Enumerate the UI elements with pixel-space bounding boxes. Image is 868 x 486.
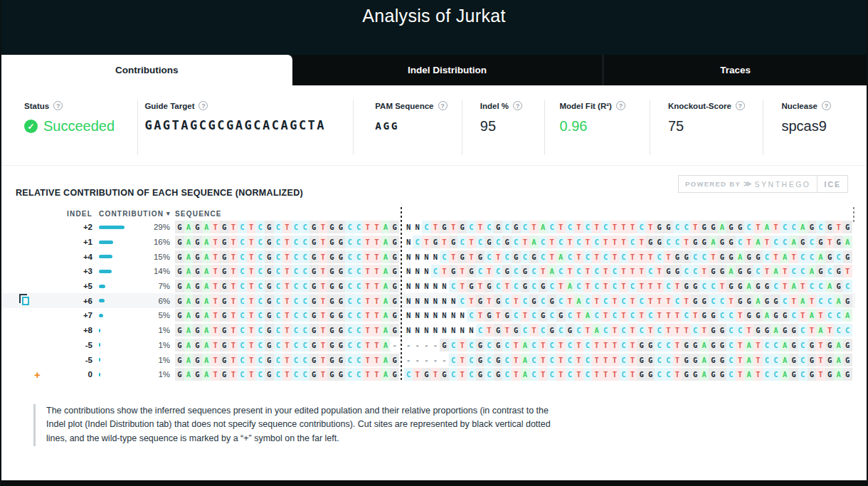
base-cell: G	[309, 368, 319, 381]
base-cell: G	[646, 236, 655, 248]
base-cell: C	[771, 236, 780, 248]
help-icon[interactable]: ?	[53, 101, 63, 110]
base-cell: G	[193, 339, 202, 352]
sequence-row[interactable]: +57%GAGATGTCTCGCTCCGTGGCCTTAGNNNNNCTGTGC…	[16, 279, 855, 294]
base-cell: C	[512, 236, 521, 248]
base-cell: G	[193, 265, 202, 278]
base-cell: T	[574, 368, 583, 381]
base-cell: T	[363, 324, 372, 337]
base-cell: C	[345, 265, 354, 278]
help-icon[interactable]: ?	[513, 101, 522, 110]
base-cell: C	[592, 280, 601, 292]
base-cell: C	[798, 354, 808, 366]
base-cell: T	[655, 265, 664, 278]
base-cell: G	[709, 309, 718, 322]
base-cell: G	[265, 295, 274, 307]
powered-by-label: POWERED BY ≫ SYNTHEGO	[679, 176, 817, 192]
table-body: +229%GAGATGTCTCGCTCCGTGGCCTTAGNNCTGTGCTC…	[16, 220, 855, 382]
base-cell: A	[202, 339, 211, 352]
sequence-row[interactable]: -51%GAGATGTCTCGCTCCGTGGCCTTAG-----CTCGCG…	[16, 352, 855, 367]
sequence-row[interactable]: +314%GAGATGTCTCGCTCCGTGGCCTTAGNNNCTGTGCT…	[16, 264, 855, 279]
base-cell: C	[494, 236, 503, 248]
base-cell: A	[744, 339, 753, 352]
sequence-row[interactable]: +81%GAGATGTCTCGCTCCGTGGCCTTAGNNNNNNNNCTG…	[16, 323, 855, 338]
tab-indel-distribution[interactable]: Indel Distribution	[292, 55, 603, 85]
base-cell: A	[202, 309, 211, 322]
indel-value: -5	[47, 356, 92, 364]
tab-contributions[interactable]: Contributions	[1, 55, 292, 85]
sequence-row[interactable]: +229%GAGATGTCTCGCTCCGTGGCCTTAGNNCTGTGCTC…	[16, 220, 855, 235]
base-cell: C	[529, 339, 539, 352]
contribution-column-header[interactable]: CONTRIBUTION ▾	[99, 210, 167, 218]
base-cell: G	[265, 368, 274, 381]
help-icon[interactable]: ?	[822, 101, 831, 110]
sequence-row[interactable]: +75%GAGATGTCTCGCTCCGTGGCCTTAGNNNNNNNCTGT…	[16, 308, 855, 323]
base-cell: C	[292, 295, 301, 307]
base-cell: N	[457, 324, 467, 337]
wildtype-plus-icon: +	[34, 369, 41, 381]
base-cell: A	[789, 236, 798, 248]
base-cell: C	[556, 236, 566, 248]
base-cell: C	[457, 236, 467, 248]
sequence-row[interactable]: +66%GAGATGTCTCGCTCCGTGGCCTTAGNNNNNNCTGTG…	[16, 293, 855, 308]
base-cell: A	[202, 236, 211, 248]
sequence-row[interactable]: -51%GAGATGTCTCGCTCCGTGGCCTTA-----GCTCGCG…	[16, 338, 855, 353]
base-cell: C	[673, 295, 682, 307]
base-cell: G	[337, 250, 346, 263]
help-icon[interactable]: ?	[438, 101, 448, 110]
sequence-row[interactable]: +01%GAGATGTCTCGCTCCGTGGCCTTAGCTGTGCTCGCG…	[16, 367, 855, 382]
base-cell: A	[699, 368, 709, 381]
base-cell: T	[646, 324, 655, 337]
base-cell: G	[709, 324, 718, 337]
base-cell: T	[583, 324, 593, 337]
base-cell: T	[282, 339, 292, 352]
base-cell: G	[476, 295, 485, 307]
base-cell: C	[300, 221, 309, 233]
stat-pam-sequence: PAM Sequence?AGG	[354, 100, 462, 155]
base-cell: C	[485, 250, 494, 263]
contribution-bar	[99, 299, 105, 302]
base-cell: T	[637, 250, 646, 263]
base-cell: G	[390, 354, 399, 366]
base-cell: C	[834, 250, 843, 263]
base-cell: A	[184, 221, 194, 233]
base-cell: T	[512, 295, 521, 307]
help-icon[interactable]: ?	[736, 101, 745, 110]
contribution-bar-col	[99, 373, 136, 376]
base-cell: G	[529, 295, 539, 307]
base-cell: G	[327, 324, 337, 337]
help-icon[interactable]: ?	[616, 101, 625, 110]
base-cell: T	[282, 368, 292, 381]
base-cell: C	[274, 236, 283, 248]
base-cell: G	[655, 236, 664, 248]
contributions-table: INDEL CONTRIBUTION ▾ SEQUENCE +229%GAGAT…	[16, 207, 855, 382]
base-cell: C	[763, 354, 772, 366]
base-cell: G	[808, 368, 817, 381]
base-cell: T	[673, 324, 682, 337]
base-cell: G	[467, 265, 476, 278]
base-cell: G	[699, 236, 709, 248]
base-cell: T	[211, 250, 220, 263]
copy-sequence-icon[interactable]	[22, 297, 29, 305]
base-cell: T	[610, 324, 620, 337]
base-cell: C	[808, 250, 817, 263]
base-cell: G	[220, 324, 229, 337]
base-cell: G	[449, 265, 458, 278]
tab-traces[interactable]: Traces	[602, 55, 867, 85]
contribution-bar-col	[99, 255, 136, 258]
base-cell: C	[574, 265, 583, 278]
base-cell: C	[292, 280, 301, 292]
base-cell: G	[467, 280, 476, 292]
base-cell: G	[476, 339, 485, 352]
base-cell: G	[327, 236, 337, 248]
sequence-row[interactable]: +116%GAGATGTCTCGCTCCGTGGCCTTAGNCTGTGCTCG…	[16, 235, 855, 250]
base-cell: A	[184, 309, 194, 322]
base-cell: C	[664, 354, 673, 366]
base-cell: G	[193, 368, 202, 381]
help-icon[interactable]: ?	[199, 101, 208, 110]
base-cell: A	[184, 295, 194, 307]
sequence-row[interactable]: +415%GAGATGTCTCGCTCCGTGGCCTTAGNNNNCTGTGC…	[16, 249, 855, 264]
pam-sequence-label: PAM Sequence	[375, 102, 433, 110]
base-cell: G	[327, 309, 337, 322]
base-cell: N	[404, 265, 413, 278]
